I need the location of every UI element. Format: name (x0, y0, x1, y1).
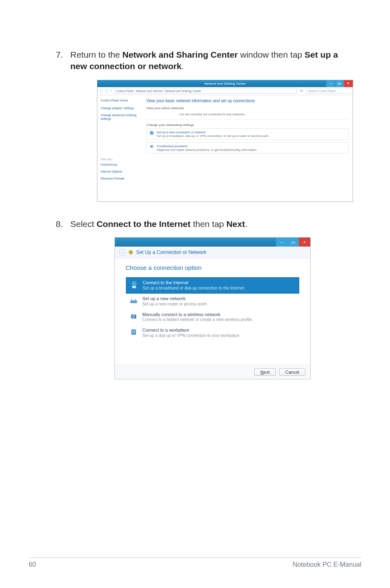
cp-main-heading: View your basic network information and … (146, 99, 349, 103)
cp-back-icon[interactable]: ‹ (99, 89, 103, 93)
network-wizard-icon (149, 130, 154, 135)
svg-rect-2 (150, 146, 153, 147)
svg-point-5 (132, 281, 137, 286)
wiz-next-mnemonic: N (260, 370, 264, 375)
cp-window-title: Network and Sharing Center (204, 82, 246, 85)
cp-minimize-button[interactable]: – (326, 80, 335, 87)
cp-sidebar-homegroup[interactable]: HomeGroup (101, 163, 143, 166)
cp-change-title: Change your networking settings (146, 123, 349, 127)
step8-b1: Connect to the Internet (96, 219, 191, 229)
wiz-option-new-network[interactable]: Set up a new network Set up a new router… (126, 294, 299, 309)
cp-up-icon[interactable]: ↑ (110, 89, 112, 93)
step8-t2: then tap (191, 219, 226, 229)
wiz-o4-text: Connect to a workplace Set up a dial-up … (142, 328, 240, 338)
footer-rule (29, 557, 361, 558)
wizard-globe-icon (128, 249, 134, 255)
cp-close-button[interactable]: × (344, 80, 353, 87)
wiz-back-icon[interactable]: ‹ (119, 249, 126, 256)
wiz-o4-title: Connect to a workplace (142, 328, 240, 333)
cp-sidebar-sharing[interactable]: Change advanced sharing settings (101, 113, 143, 121)
cp-search-input[interactable]: Search Control Panel (306, 88, 351, 94)
cp-refresh-icon[interactable]: ↻ (299, 89, 305, 93)
svg-rect-14 (132, 332, 133, 333)
cp-troubleshoot-sub: Diagnose and repair network problems, or… (157, 148, 258, 152)
footer-row: 60 Notebook PC E-Manual (29, 561, 361, 568)
page-footer: 60 Notebook PC E-Manual (0, 557, 390, 568)
cp-window-buttons: – ▭ × (326, 80, 353, 87)
cp-troubleshoot-row[interactable]: Troubleshoot problems Diagnose and repai… (146, 142, 349, 154)
wiz-option-connect-internet[interactable]: Connect to the Internet Set up a broadba… (126, 277, 299, 294)
cp-maximize-button[interactable]: ▭ (335, 80, 344, 87)
wiz-o2-text: Set up a new network Set up a new router… (142, 296, 208, 307)
building-icon (129, 328, 138, 337)
wiz-close-button[interactable]: × (299, 238, 310, 247)
wiz-o3-title: Manually connect to a wireless network (142, 312, 253, 318)
step-7: 7. Return to the Network and Sharing Cen… (45, 49, 345, 72)
cp-forward-icon[interactable]: › (105, 89, 109, 93)
cp-troubleshoot-text: Troubleshoot problems Diagnose and repai… (157, 144, 258, 152)
svg-rect-6 (132, 286, 136, 288)
svg-point-8 (132, 301, 133, 302)
wiz-body: Choose a connection option Connect to th… (115, 258, 310, 365)
cp-sidebar-adapter[interactable]: Change adapter settings (101, 106, 143, 110)
wiz-o2-sub: Set up a new router or access point. (142, 302, 208, 307)
cp-address-bar: ‹ › ↑ Control Panel › Network and Intern… (97, 87, 353, 95)
wiz-o1-title: Connect to the Internet (143, 280, 245, 286)
wiz-option-workplace[interactable]: Connect to a workplace Set up a dial-up … (126, 325, 299, 341)
page-number: 60 (29, 561, 36, 568)
svg-rect-15 (134, 332, 135, 333)
wiz-o4-sub: Set up a dial-up or VPN connection to yo… (142, 333, 240, 339)
cp-sidebar-internet-options[interactable]: Internet Options (101, 170, 143, 173)
wiz-maximize-button[interactable]: ▭ (287, 238, 299, 247)
cp-setup-connection-text: Set up a new connection or network Set u… (157, 130, 269, 138)
svg-point-9 (134, 301, 135, 302)
wiz-cancel-button[interactable]: Cancel (279, 368, 305, 376)
svg-rect-3 (151, 148, 152, 148)
step7-t3: . (182, 61, 184, 71)
globe-monitor-icon (130, 280, 139, 289)
wiz-minimize-button[interactable]: – (276, 238, 287, 247)
cp-setup-connection-sub: Set up a broadband, dial-up, or VPN conn… (157, 134, 269, 138)
step8-text: Select Connect to the Internet then tap … (70, 218, 247, 230)
step8-t1: Select (70, 219, 96, 229)
cp-sidebar-also-title: See also (101, 157, 143, 161)
cp-sidebar-firewall[interactable]: Windows Firewall (101, 177, 143, 180)
step7-text: Return to the Network and Sharing Center… (70, 49, 345, 72)
setup-connection-wizard: – ▭ × ‹ Set Up a Connection or Network C… (114, 237, 311, 379)
cp-main: View your basic network information and … (146, 95, 353, 202)
svg-rect-12 (132, 330, 133, 331)
step7-b1: Network and Sharing Center (122, 50, 238, 59)
step8-number: 8. (45, 218, 70, 230)
wiz-header-text: Set Up a Connection or Network (136, 249, 206, 255)
step8-t3: . (245, 219, 247, 229)
wiz-option-list: Connect to the Internet Set up a broadba… (126, 277, 300, 341)
wiz-next-rest: ext (264, 370, 270, 375)
wiz-header: ‹ Set Up a Connection or Network (115, 247, 310, 258)
cp-active-title: View your active networks (146, 106, 349, 110)
cp-setup-connection-row[interactable]: Set up a new connection or network Set u… (146, 128, 349, 140)
wiz-window-buttons: – ▭ × (276, 238, 310, 247)
wiz-footer: Next Cancel (115, 365, 310, 379)
cp-body: Control Panel Home Change adapter settin… (97, 95, 353, 202)
cp-sidebar-home[interactable]: Control Panel Home (101, 99, 143, 102)
wiz-titlebar: – ▭ × (115, 238, 310, 247)
svg-rect-11 (132, 329, 136, 334)
cp-setup-connection-link: Set up a new connection or network (157, 130, 269, 134)
cp-titlebar: Network and Sharing Center – ▭ × (97, 80, 353, 87)
cp-active-msg-row: You are currently not connected to any n… (146, 112, 349, 117)
wireless-profile-icon (129, 312, 138, 321)
wiz-o3-sub: Connect to a hidden network or create a … (142, 317, 253, 323)
wiz-option-wireless[interactable]: Manually connect to a wireless network C… (126, 310, 299, 325)
wiz-next-button[interactable]: Next (254, 368, 276, 376)
cp-troubleshoot-link: Troubleshoot problems (157, 144, 258, 148)
wiz-o3-text: Manually connect to a wireless network C… (142, 312, 253, 323)
svg-rect-7 (130, 301, 137, 303)
wiz-o1-text: Connect to the Internet Set up a broadba… (143, 280, 245, 291)
step-8: 8. Select Connect to the Internet then t… (45, 218, 345, 230)
step8-b2: Next (226, 219, 245, 229)
wiz-o1-sub: Set up a broadband or dial-up connection… (143, 286, 245, 291)
troubleshoot-icon (149, 144, 154, 149)
router-icon (129, 296, 138, 305)
cp-breadcrumb[interactable]: Control Panel › Network and Internet › N… (114, 88, 298, 94)
wiz-title: Choose a connection option (126, 264, 300, 271)
